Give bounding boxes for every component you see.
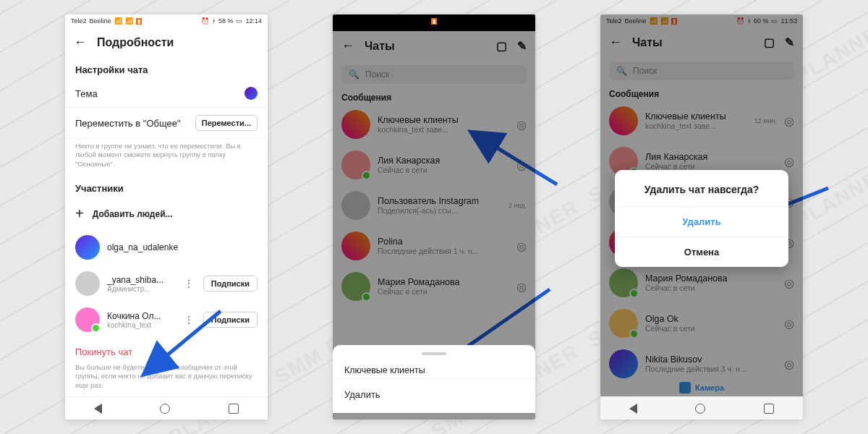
phone-delete-dialog-screen: Tele2 Beeline 📶 📶 ▮ ⏰ ᚼ 60 % ▭ 11:53 ← Ч… [600, 14, 803, 420]
bottom-sheet: Ключевые клиенты Удалить [333, 345, 535, 413]
dialog-title: Удалить чат навсегда? [615, 170, 788, 206]
sheet-delete-button[interactable]: Удалить [333, 378, 535, 410]
delete-dialog: Удалить чат навсегда? Удалить Отмена [615, 170, 788, 267]
sheet-title: Ключевые клиенты [333, 359, 535, 378]
dialog-delete-button[interactable]: Удалить [615, 206, 788, 237]
sheet-handle[interactable] [422, 352, 446, 355]
nav-back-icon[interactable] [629, 404, 637, 414]
phone-chats-sheet-screen: ▮ ← Чаты ▢ ✎ 🔍 Поиск Сообщения Ключевые … [333, 14, 535, 420]
android-navbar [600, 396, 803, 420]
svg-line-0 [163, 311, 221, 359]
nav-home-icon[interactable] [695, 404, 705, 414]
dialog-cancel-button[interactable]: Отмена [615, 237, 788, 267]
nav-recent-icon[interactable] [764, 404, 774, 414]
